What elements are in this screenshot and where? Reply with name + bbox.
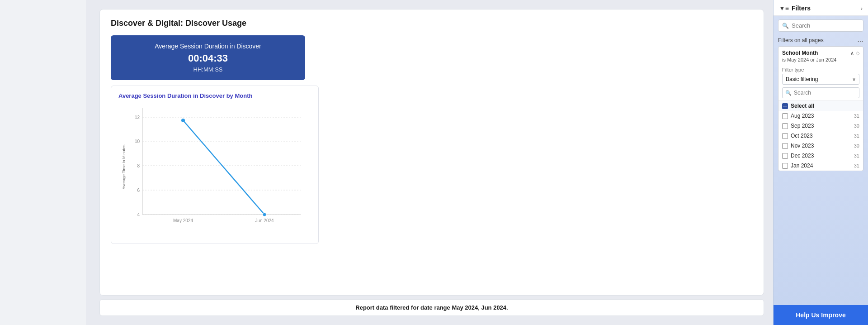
checkbox-row[interactable]: Sep 202330 <box>778 121 863 131</box>
report-title: Discover & Digital: Discover Usage <box>111 19 753 28</box>
checkbox-row[interactable]: Aug 202331 <box>778 111 863 121</box>
checkbox-row[interactable]: Dec 202331 <box>778 151 863 161</box>
checkbox-row[interactable]: Select all <box>778 101 863 111</box>
checkbox[interactable] <box>782 123 788 129</box>
filters-all-pages-label: Filters on all pages <box>778 37 824 43</box>
search-icon: 🔍 <box>782 23 789 29</box>
filter-card-chevron-icon[interactable]: ∧ <box>850 50 854 56</box>
filter-search-icon: 🔍 <box>785 90 792 96</box>
checkbox-count: 31 <box>854 133 859 139</box>
filter-card-subtitle: is May 2024 or Jun 2024 <box>778 57 863 65</box>
main-content: Discover & Digital: Discover Usage Avera… <box>86 0 773 325</box>
filters-all-pages-row: Filters on all pages ... <box>774 35 868 46</box>
filters-title-text: Filters <box>792 5 811 12</box>
filters-expand-icon[interactable]: › <box>861 5 863 12</box>
filter-search-input[interactable] <box>794 90 856 96</box>
checkbox-row[interactable]: Jan 202431 <box>778 161 863 171</box>
svg-text:May 2024: May 2024 <box>173 218 193 223</box>
metric-label: Average Session Duration in Discover <box>120 43 296 50</box>
checkbox-count: 30 <box>854 123 859 129</box>
chart-svg: 12 10 8 6 4 Average Time in Minutes <box>118 104 311 226</box>
filter-type-value: Basic filtering <box>786 76 818 82</box>
filter-search-box[interactable]: 🔍 <box>782 87 859 98</box>
svg-text:Jun 2024: Jun 2024 <box>255 218 274 223</box>
svg-text:4: 4 <box>137 212 140 217</box>
svg-point-14 <box>263 213 266 216</box>
report-body: Average Session Duration in Discover 00:… <box>111 35 753 288</box>
school-month-filter-card: School Month ∧ ◇ is May 2024 or Jun 2024… <box>778 46 863 171</box>
checkbox-count: 30 <box>854 143 859 148</box>
checkbox[interactable] <box>782 143 788 149</box>
checkbox-label: Oct 2023 <box>791 133 813 139</box>
svg-text:12: 12 <box>135 115 140 120</box>
filters-title-row: ▼≡ Filters <box>779 5 811 12</box>
svg-text:8: 8 <box>137 163 140 168</box>
filter-type-chevron-icon: ∨ <box>852 76 856 82</box>
svg-text:Average Time in Minutes: Average Time in Minutes <box>122 144 126 189</box>
filter-card-header: School Month ∧ ◇ <box>778 47 863 57</box>
checkbox-label: Aug 2023 <box>791 113 814 119</box>
search-box[interactable]: 🔍 <box>778 19 863 32</box>
checkbox-list: Select allAug 202331Sep 202330Oct 202331… <box>778 100 863 171</box>
filter-type-select[interactable]: Basic filtering ∨ <box>782 74 859 85</box>
chart-inner: 12 10 8 6 4 Average Time in Minutes <box>118 104 311 250</box>
checkbox[interactable] <box>782 113 788 119</box>
checkbox-count: 31 <box>854 153 859 158</box>
metric-value: 00:04:33 <box>120 53 296 64</box>
checkbox-label: Sep 2023 <box>791 123 814 129</box>
search-input[interactable] <box>792 22 859 29</box>
filter-card-title: School Month <box>782 50 818 56</box>
report-footer: Report data filtered for date range May … <box>99 299 764 316</box>
metric-format: HH:MM:SS <box>120 66 296 73</box>
filters-header: ▼≡ Filters › <box>774 0 868 16</box>
checkbox-row[interactable]: Oct 202331 <box>778 131 863 141</box>
checkbox[interactable] <box>782 133 788 139</box>
checkbox-row[interactable]: Nov 202330 <box>778 141 863 151</box>
report-card: Discover & Digital: Discover Usage Avera… <box>99 9 764 296</box>
checkbox-label: Jan 2024 <box>791 162 813 169</box>
filters-panel: ▼≡ Filters › 🔍 Filters on all pages ... … <box>773 0 868 325</box>
filter-type-row: Filter type Basic filtering ∨ <box>778 65 863 87</box>
filter-card-clear-icon[interactable]: ◇ <box>856 50 859 56</box>
filter-card-icons: ∧ ◇ <box>850 50 859 56</box>
chart-container: Average Session Duration in Discover by … <box>111 86 319 244</box>
help-improve-button[interactable]: Help Us Improve <box>774 305 868 325</box>
svg-text:6: 6 <box>137 188 140 193</box>
chart-title: Average Session Duration in Discover by … <box>118 92 311 99</box>
checkbox[interactable] <box>782 103 788 109</box>
filter-type-label: Filter type <box>782 67 859 72</box>
filters-all-pages-menu[interactable]: ... <box>858 37 863 43</box>
checkbox-count: 31 <box>854 113 859 119</box>
checkbox-label: Dec 2023 <box>791 153 814 159</box>
checkbox-label: Nov 2023 <box>791 143 814 149</box>
checkbox-count: 31 <box>854 163 859 168</box>
filter-funnel-icon: ▼≡ <box>779 5 789 12</box>
checkbox-label: Select all <box>791 103 814 109</box>
checkbox[interactable] <box>782 163 788 169</box>
svg-text:10: 10 <box>135 139 140 144</box>
svg-point-13 <box>181 119 185 122</box>
footer-text: Report data filtered for date range May … <box>355 304 508 311</box>
checkbox[interactable] <box>782 153 788 159</box>
metric-card: Average Session Duration in Discover 00:… <box>111 35 305 80</box>
